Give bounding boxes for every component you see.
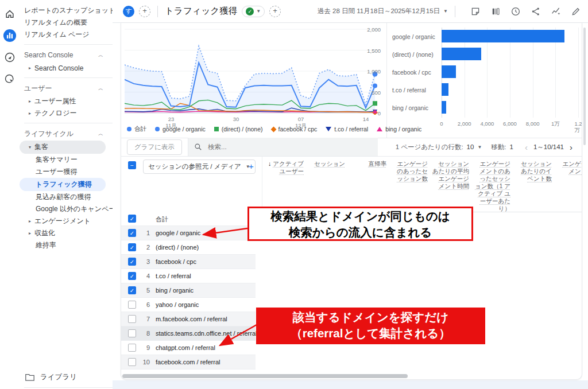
row-checkbox[interactable]: ✓ xyxy=(128,215,136,223)
sidebar-section-lifecycle-header[interactable]: ライフサイクル︿ xyxy=(20,127,113,141)
column-header[interactable]: ↓ アクティブ ユーザー xyxy=(267,160,304,212)
chevron-down-icon: ▾ xyxy=(25,145,34,150)
table-toolbar: グラフに表示 1 ページあたりの行数: 10 ▼ 移動: 1 xyxy=(121,138,582,157)
row-checkbox[interactable]: ✓ xyxy=(128,286,136,294)
home-icon[interactable] xyxy=(3,7,17,21)
report-status-badge[interactable]: ✓ ▼ xyxy=(242,6,265,17)
row-checkbox[interactable]: ✓ xyxy=(128,229,136,237)
app-rail xyxy=(0,0,20,389)
sidebar-divider xyxy=(24,123,113,123)
search-icon xyxy=(194,143,202,151)
sidebar-item-tech[interactable]: ▸テクノロジー xyxy=(20,107,113,119)
sidebar-divider xyxy=(24,44,113,45)
rows-per-page-value[interactable]: 10 xyxy=(467,143,474,150)
vertical-scrollbar-thumb[interactable] xyxy=(583,28,586,145)
sidebar-item-engagement[interactable]: ▸エンゲージメント xyxy=(20,215,113,227)
report-nav-sidebar: レポートのスナップショットリアルタイムの概要リアルタイム ページSearch C… xyxy=(20,0,113,389)
row-checkbox[interactable] xyxy=(128,315,136,323)
row-rank: 2 xyxy=(141,244,150,251)
bar[interactable] xyxy=(442,101,446,114)
add-filter-button[interactable]: + xyxy=(269,6,281,17)
column-header[interactable]: エンゲージのあったセッション数 xyxy=(391,160,428,212)
select-all-checkbox[interactable]: − xyxy=(128,161,136,169)
add-comparison-button[interactable]: + xyxy=(139,6,150,17)
clock-icon[interactable] xyxy=(510,6,521,17)
row-checkbox[interactable] xyxy=(128,301,136,309)
sidebar-item-non-google-campaigns[interactable]: Google 以外のキャンペーン xyxy=(20,203,113,215)
sidebar-item-realtime-pages[interactable]: リアルタイム ページ xyxy=(20,29,113,41)
row-checkbox[interactable] xyxy=(128,344,136,352)
bar[interactable] xyxy=(442,30,564,42)
goto-value[interactable]: 1 xyxy=(510,143,513,150)
advertising-icon[interactable] xyxy=(3,72,17,86)
sidebar-item-traffic-acquisition[interactable]: トラフィック獲得 xyxy=(20,178,106,191)
share-icon[interactable] xyxy=(531,6,541,17)
row-checkbox[interactable] xyxy=(128,358,136,366)
avatar[interactable]: す xyxy=(123,6,134,17)
row-rank: 5 xyxy=(141,287,150,294)
bar[interactable] xyxy=(442,48,481,60)
reports-icon[interactable] xyxy=(3,29,17,42)
table-row[interactable]: ✓ 2 (direct) / (none) xyxy=(121,240,582,255)
bar-axis-tick: 0 xyxy=(440,120,443,127)
sidebar-item-report-snapshot[interactable]: レポートのスナップショット xyxy=(20,5,113,17)
date-range-selector[interactable]: 過去 28 日間 11月18日～2025年12月15日 ▼ xyxy=(318,7,448,15)
show-on-chart-button[interactable]: グラフに表示 xyxy=(127,139,182,155)
insights-icon[interactable] xyxy=(551,6,561,17)
row-stripe xyxy=(121,212,256,226)
row-checkbox[interactable] xyxy=(128,329,136,337)
charts-panel: 2311月300712月14 2,0001,5001,0005000 合計goo… xyxy=(121,23,582,138)
table-row[interactable]: 10 facebook.com / referral xyxy=(121,355,582,369)
edit-icon[interactable] xyxy=(571,6,581,17)
dimension-selector-label: セッションの参照元 / メディア xyxy=(148,162,241,171)
comparison-icon[interactable] xyxy=(490,6,501,17)
bar[interactable] xyxy=(442,65,456,78)
bar-category-label: t.co / referral xyxy=(392,81,442,99)
annotation-line: （referralとして集計される） xyxy=(256,325,485,341)
table-header: − セッションの参照元 / メディア ▼ + ↓ アクティブ ユーザーセッション… xyxy=(121,157,582,212)
next-page-icon[interactable]: › xyxy=(567,143,575,151)
sidebar-item-user-acquisition[interactable]: ユーザー獲得 xyxy=(20,166,113,178)
column-header[interactable]: セッションあたりの平均エンゲージメント時間 xyxy=(432,160,469,212)
table-search[interactable] xyxy=(188,138,378,156)
sidebar-section-search-console-header[interactable]: Search Console︿ xyxy=(20,48,113,62)
sidebar-item-library[interactable]: ライブラリ xyxy=(25,372,77,382)
row-rank: 1 xyxy=(141,229,150,236)
table-row[interactable]: ✓ 5 bing / organic xyxy=(121,283,582,298)
search-input[interactable] xyxy=(207,143,372,151)
table-row[interactable]: ✓ 4 t.co / referral xyxy=(121,269,582,283)
sidebar-bottom-divider xyxy=(24,387,113,388)
bar[interactable] xyxy=(442,83,448,96)
column-header[interactable]: エンゲージメント率 xyxy=(556,160,582,212)
row-checkbox[interactable]: ✓ xyxy=(128,258,136,266)
column-header[interactable]: セッションあたりのイベント数 xyxy=(515,160,552,212)
row-source-label: m.facebook.com / referral xyxy=(156,316,227,322)
sidebar-item-realtime-overview[interactable]: リアルタイムの概要 xyxy=(20,17,113,29)
sidebar-item-retention[interactable]: 維持率 xyxy=(20,239,113,251)
column-header[interactable]: エンゲージメントのあったセッション数（1 アクティブ ユーザーあたり） xyxy=(474,160,510,212)
table-row[interactable]: ✓ 3 facebook / cpc xyxy=(121,255,582,269)
sidebar-item-lead-acquisition[interactable]: 見込み顧客の獲得 xyxy=(20,191,113,203)
prev-page-icon[interactable]: ‹ xyxy=(523,143,530,151)
dimension-selector[interactable]: セッションの参照元 / メディア ▼ xyxy=(143,160,256,174)
row-checkbox[interactable]: ✓ xyxy=(128,243,136,251)
row-checkbox[interactable]: ✓ xyxy=(128,272,136,280)
horizontal-scrollbar-thumb[interactable] xyxy=(122,374,408,378)
add-dimension-button[interactable]: + xyxy=(249,161,254,171)
row-source-label: google / organic xyxy=(156,229,200,236)
x-axis-tick: 30 xyxy=(233,116,239,122)
sidebar-section-user-header[interactable]: ユーザー︿ xyxy=(20,81,113,95)
sidebar-item-monetization[interactable]: ▸収益化 xyxy=(20,227,113,239)
column-header[interactable]: セッション xyxy=(308,160,345,212)
sidebar-item-acquisition-summary[interactable]: 集客サマリー xyxy=(20,154,113,166)
chevron-down-icon[interactable]: ▼ xyxy=(477,145,482,150)
legend-marker xyxy=(326,127,331,131)
notes-icon[interactable] xyxy=(470,6,481,17)
explore-icon[interactable] xyxy=(3,50,17,64)
sidebar-item-user-attributes[interactable]: ▸ユーザー属性 xyxy=(20,95,113,107)
sidebar-item-search-console[interactable]: ▸Search Console xyxy=(20,62,113,74)
green-check-icon: ✓ xyxy=(246,7,254,15)
sidebar-item-acquisition[interactable]: ▾集客 xyxy=(20,141,106,154)
bar-chart-plot: 02,0004,0006,0008,0001万1.2万 xyxy=(442,28,578,135)
column-header[interactable]: 直帰率 xyxy=(350,160,386,212)
